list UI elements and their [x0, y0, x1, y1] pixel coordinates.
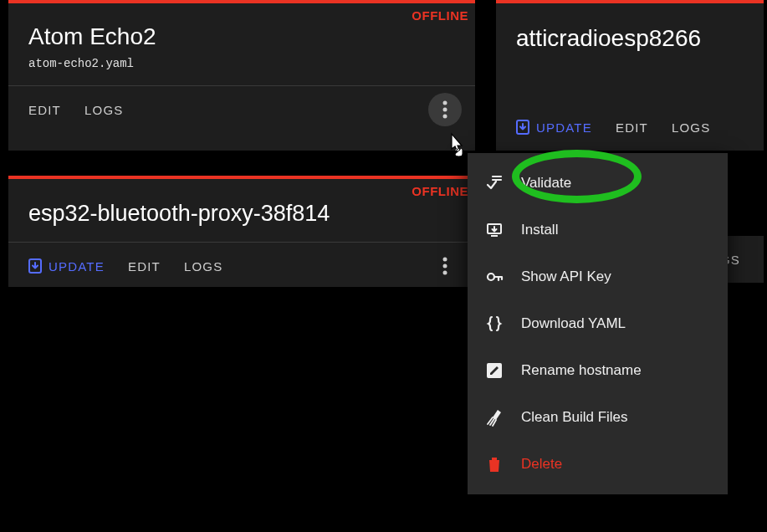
card-actions: UPDATE EDIT LOGS [8, 243, 475, 289]
menu-item-delete[interactable]: Delete [468, 441, 728, 488]
svg-rect-9 [491, 235, 498, 237]
trash-icon [484, 454, 521, 474]
download-icon [28, 258, 42, 274]
card-actions: UPDATE EDIT LOGS [496, 104, 764, 151]
svg-point-1 [443, 108, 447, 112]
update-label: UPDATE [536, 120, 592, 135]
card-title: esp32-bluetooth-proxy-38f814 [8, 179, 475, 242]
edit-button[interactable]: EDIT [616, 120, 648, 135]
braces-icon [484, 314, 521, 334]
edit-button[interactable]: EDIT [28, 103, 61, 117]
device-card-atom-echo2: OFFLINE Atom Echo2 atom-echo2.yaml EDIT … [8, 0, 475, 151]
logs-button[interactable]: LOGS [672, 120, 710, 135]
svg-point-5 [443, 264, 447, 269]
validate-icon [484, 173, 521, 193]
status-badge-offline: OFFLINE [412, 8, 468, 23]
svg-point-4 [443, 258, 447, 262]
menu-item-label: Clean Build Files [521, 409, 628, 426]
menu-item-label: Download YAML [521, 315, 626, 332]
edit-button[interactable]: EDIT [128, 259, 161, 274]
edit-icon [484, 361, 521, 381]
card-filename: atom-echo2.yaml [8, 57, 475, 85]
status-badge-offline: OFFLINE [412, 184, 468, 198]
overflow-menu: Validate Install Show API Key Download Y… [468, 153, 728, 494]
menu-item-label: Show API Key [521, 269, 611, 285]
menu-item-install[interactable]: Install [468, 207, 728, 253]
download-icon [516, 120, 529, 135]
update-label: UPDATE [49, 259, 105, 274]
logs-button[interactable]: LOGS [184, 259, 222, 274]
menu-item-label: Rename hostname [521, 362, 642, 379]
menu-item-rename-hostname[interactable]: Rename hostname [468, 347, 728, 394]
menu-item-label: Delete [521, 456, 562, 473]
update-button[interactable]: UPDATE [516, 120, 592, 135]
device-card-esp32-bluetooth-proxy: OFFLINE esp32-bluetooth-proxy-38f814 UPD… [8, 176, 475, 287]
install-icon [484, 220, 521, 240]
broom-icon [484, 407, 521, 427]
svg-point-10 [488, 274, 494, 280]
update-button[interactable]: UPDATE [28, 258, 105, 274]
dots-vertical-icon [442, 100, 447, 119]
card-actions: EDIT LOGS [8, 86, 475, 133]
card-title: Atom Echo2 [8, 3, 475, 57]
svg-point-6 [443, 271, 447, 275]
menu-item-validate[interactable]: Validate [468, 160, 728, 207]
svg-point-2 [443, 115, 447, 119]
key-icon [484, 267, 521, 287]
logs-button[interactable]: LOGS [84, 103, 123, 117]
overflow-menu-button[interactable] [428, 93, 462, 126]
menu-item-download-yaml[interactable]: Download YAML [468, 300, 728, 347]
dots-vertical-icon [442, 257, 447, 275]
card-title: atticradioesp8266 [496, 3, 764, 67]
svg-point-0 [443, 101, 447, 105]
menu-item-label: Validate [521, 175, 571, 192]
menu-item-label: Install [521, 222, 558, 238]
menu-item-clean-build-files[interactable]: Clean Build Files [468, 394, 728, 441]
menu-item-show-api-key[interactable]: Show API Key [468, 253, 728, 300]
overflow-menu-button[interactable] [428, 249, 462, 283]
